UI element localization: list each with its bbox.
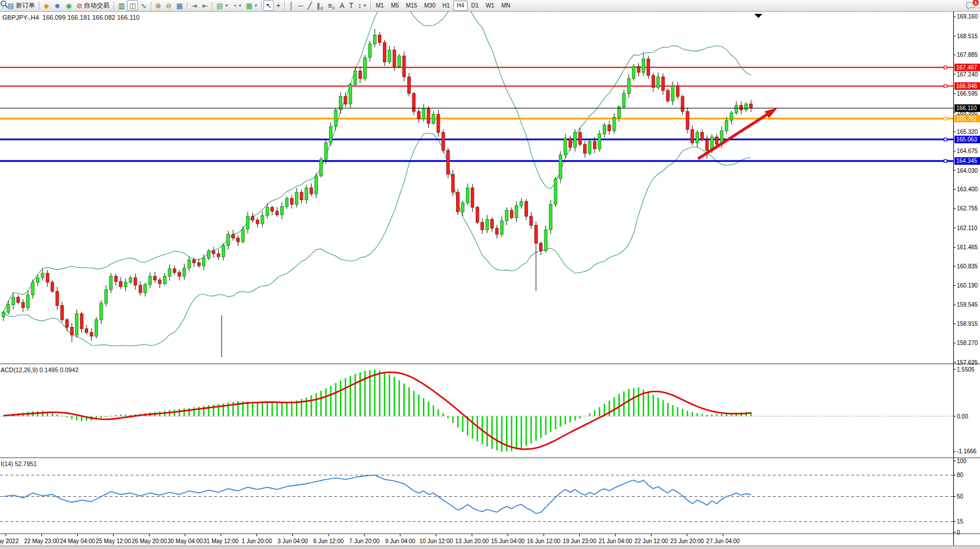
svg-text:1 Jun 20:00: 1 Jun 20:00	[241, 538, 272, 544]
svg-text:80: 80	[957, 472, 964, 478]
svg-text:166.110: 166.110	[956, 105, 977, 111]
candlestick-chart-icon: ◫	[129, 2, 136, 9]
price-line-label-165.063: 165.063	[954, 136, 980, 143]
signals-button[interactable]: ◉	[63, 0, 74, 11]
toolbar-separator	[151, 2, 151, 10]
crosshair-button[interactable]: +	[274, 0, 283, 11]
text-icon: A	[339, 2, 344, 9]
symbol-ohlc-line: GBPJPY-,H4 166.099 166.181 166.082 166.1…	[2, 14, 140, 21]
svg-text:22 May 23:00: 22 May 23:00	[24, 538, 59, 544]
hline-handle[interactable]	[944, 159, 947, 162]
svg-text:167.885: 167.885	[957, 52, 978, 58]
timeframe-MN-button[interactable]: MN	[498, 1, 514, 11]
svg-text:21 Jun 04:00: 21 Jun 04:00	[599, 538, 632, 544]
vertical-line-button[interactable]: │	[287, 0, 296, 11]
timeframe-D1-button[interactable]: D1	[468, 1, 482, 11]
arrows-icon: ↕	[358, 2, 361, 9]
line-chart-button[interactable]: ∿	[138, 0, 149, 11]
svg-text:164.675: 164.675	[957, 148, 978, 154]
svg-text:May 2022: May 2022	[0, 538, 19, 544]
profiles-button[interactable]: ▦▾	[244, 0, 259, 11]
timeframe-H1-button[interactable]: H1	[439, 1, 453, 11]
svg-text:-1.1666: -1.1666	[957, 448, 977, 455]
timeframe-M15-button[interactable]: M15	[403, 1, 421, 11]
timeframe-M30-button[interactable]: M30	[421, 1, 439, 11]
timeframe-M1-button[interactable]: M1	[373, 1, 388, 11]
text-label-icon: T	[349, 2, 353, 9]
market-gold-button[interactable]: ◆	[41, 0, 51, 11]
svg-text:165.063: 165.063	[956, 136, 978, 143]
price-line-label-164.345: 164.345	[954, 157, 980, 165]
periods-clock-dropdown-icon[interactable]: ▾	[239, 3, 241, 8]
profiles-dropdown-icon[interactable]: ▾	[255, 3, 257, 8]
new-order-label: 新订单	[16, 1, 35, 10]
auto-scroll-button[interactable]: ⇥	[189, 0, 200, 11]
new-order-button[interactable]: ▤新订单	[5, 0, 37, 11]
svg-text:15 Jun 04:00: 15 Jun 04:00	[491, 538, 525, 544]
profiles-icon: ▦	[246, 2, 252, 9]
svg-text:164.345: 164.345	[956, 158, 978, 164]
tile-windows-button[interactable]: ▦	[174, 0, 185, 11]
search-icon[interactable]	[0, 0, 9, 9]
price-line-label-166.110: 166.110	[954, 104, 980, 112]
svg-text:160.190: 160.190	[957, 282, 978, 289]
svg-text:166.846: 166.846	[956, 83, 978, 89]
chart-shift-button[interactable]: ⇤	[200, 0, 210, 11]
svg-text:22 Jun 12:00: 22 Jun 12:00	[634, 538, 668, 544]
text-label-button[interactable]: T	[346, 0, 355, 11]
timeframe-W1-button[interactable]: W1	[482, 1, 498, 11]
arrows-dropdown-icon[interactable]: ▾	[364, 3, 366, 8]
community-icon: ☻	[54, 2, 62, 9]
autotrade-button[interactable]: ⊘自动交易	[74, 0, 112, 11]
trendline-button[interactable]: ╱	[305, 0, 314, 11]
svg-text:24 May 04:00: 24 May 04:00	[60, 538, 95, 544]
arrows-button[interactable]: ↕▾	[356, 0, 368, 11]
hline-handle[interactable]	[944, 117, 947, 120]
periods-clock-button[interactable]: ◔▾	[230, 0, 243, 11]
cursor-button[interactable]: ↖	[263, 0, 274, 11]
signals-icon: ◉	[66, 2, 71, 9]
text-button[interactable]: A	[337, 0, 346, 11]
svg-text:23 Jun 20:00: 23 Jun 20:00	[670, 538, 704, 544]
new-template-icon: ▤	[216, 2, 223, 9]
zoom-out-button[interactable]: ⊖	[164, 0, 174, 11]
zoom-out-icon: ⊖	[166, 2, 172, 9]
svg-text:159.545: 159.545	[957, 301, 978, 308]
fibonacci-button[interactable]: ≡F	[326, 0, 337, 11]
autotrade-label: 自动交易	[84, 1, 110, 10]
timeframe-H4-button[interactable]: H4	[453, 1, 468, 11]
svg-text:163.400: 163.400	[957, 186, 978, 192]
toolbar-separator	[187, 2, 187, 10]
autotrade-icon: ⊘	[77, 2, 82, 9]
cursor-icon: ↖	[266, 2, 272, 9]
equidistant-channel-button[interactable]: ∥E	[314, 0, 326, 11]
horizontal-line-button[interactable]: ─	[296, 0, 306, 11]
timeframe-M5-button[interactable]: M5	[388, 1, 403, 11]
timeframe-group: M1M5M15M30H1H4D1W1MN	[373, 1, 514, 11]
bar-chart-button[interactable]: ▥	[116, 0, 127, 11]
new-template-button[interactable]: ▤▾	[214, 0, 230, 11]
zoom-in-button[interactable]: ⊕	[153, 0, 164, 11]
hline-handle[interactable]	[944, 138, 947, 141]
periods-clock-icon: ◔	[232, 2, 236, 9]
svg-text:165.761: 165.761	[956, 115, 978, 122]
svg-text:9 Jun 04:00: 9 Jun 04:00	[385, 538, 416, 544]
svg-text:16 Jun 12:00: 16 Jun 12:00	[527, 538, 560, 544]
hline-handle[interactable]	[944, 66, 947, 69]
chart-shift-icon: ⇤	[202, 2, 208, 9]
svg-text:31 May 12:00: 31 May 12:00	[203, 538, 238, 544]
toolbar-separator	[114, 2, 114, 10]
candlestick-chart-button[interactable]: ◫	[127, 0, 138, 11]
svg-text:50: 50	[957, 493, 964, 500]
crosshair-icon: +	[276, 2, 280, 9]
svg-text:162.755: 162.755	[957, 205, 978, 212]
chat-notification-button[interactable]: 1	[966, 2, 975, 10]
new-template-dropdown-icon[interactable]: ▾	[225, 3, 227, 8]
svg-text:6 Jun 12:00: 6 Jun 12:00	[313, 538, 344, 544]
community-button[interactable]: ☻	[52, 0, 64, 11]
svg-text:19 Jun 23:00: 19 Jun 23:00	[563, 538, 596, 544]
hline-handle[interactable]	[944, 85, 947, 88]
svg-text:169.160: 169.160	[957, 13, 978, 20]
chart-canvas[interactable]: 169.160168.515167.885167.240166.595165.9…	[0, 0, 980, 549]
market-gold-icon: ◆	[44, 2, 49, 9]
